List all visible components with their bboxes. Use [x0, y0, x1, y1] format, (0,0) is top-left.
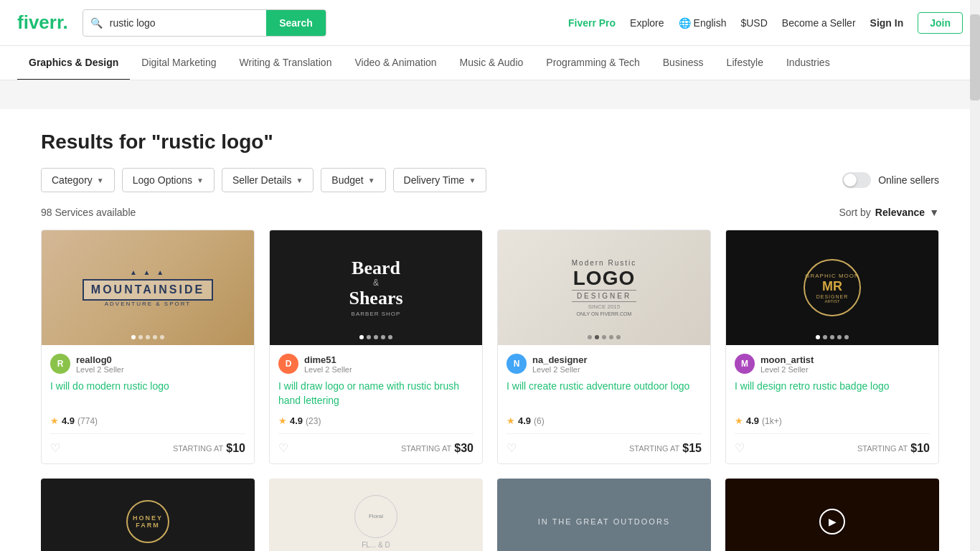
favorite-button-1[interactable]: ♡ [50, 441, 60, 455]
price-wrap-2: STARTING AT $30 [401, 442, 473, 455]
logo-text: fiverr [17, 11, 63, 33]
price-3: $15 [682, 442, 702, 455]
price-4: $10 [910, 442, 930, 455]
join-button[interactable]: Join [918, 12, 963, 34]
price-wrap-3: STARTING AT $15 [629, 442, 702, 455]
filter-budget[interactable]: Budget ▼ [321, 168, 385, 192]
card-title-3: I will create rustic adventure outdoor l… [507, 380, 702, 408]
nav-item-video[interactable]: Video & Animation [343, 46, 448, 80]
favorite-button-2[interactable]: ♡ [278, 441, 288, 455]
search-input[interactable] [110, 17, 266, 29]
toggle-knob [844, 174, 857, 187]
explore-link[interactable]: Explore [630, 17, 664, 29]
card-image-4: GRAPHIC MOON MR DESIGNER ARTIST [726, 230, 938, 345]
category-nav: Graphics & Design Digital Marketing Writ… [0, 46, 980, 80]
currency-selector[interactable]: $USD [740, 17, 767, 29]
scrollbar[interactable] [970, 0, 980, 551]
filter-delivery-time[interactable]: Delivery Time ▼ [393, 168, 487, 192]
card-seller-4: M moon_artist Level 2 Seller [735, 354, 930, 374]
header-right: Fiverr Pro Explore 🌐 English $USD Become… [568, 12, 963, 34]
star-icon-3: ★ [507, 415, 515, 426]
rating-value-1: 4.9 [62, 415, 75, 426]
rating-value-4: 4.9 [746, 415, 759, 426]
avatar-4: M [735, 354, 755, 374]
filter-budget-label: Budget [331, 174, 363, 186]
card-rating-2: ★ 4.9 (23) [278, 415, 473, 426]
nav-item-lifestyle[interactable]: Lifestyle [715, 46, 775, 80]
seller-info-2: dime51 Level 2 Seller [304, 354, 352, 374]
filter-category-label: Category [52, 174, 93, 186]
sort-wrap[interactable]: Sort by Relevance ▼ [839, 207, 940, 218]
chevron-down-icon: ▼ [197, 176, 204, 184]
bottom-card-3[interactable]: IN THE GREAT OUTDOORS [497, 479, 711, 551]
chevron-down-icon: ▼ [929, 207, 939, 218]
card-body-2: D dime51 Level 2 Seller I will draw logo… [270, 345, 482, 463]
card-body-3: N na_designer Level 2 Seller I will crea… [498, 345, 710, 463]
seller-info-3: na_designer Level 2 Seller [532, 354, 588, 374]
bottom-card-2[interactable]: Floral FL... & D [269, 479, 483, 551]
results-title: Results for "rustic logo" [41, 131, 939, 154]
seller-name-3: na_designer [532, 354, 588, 365]
favorite-button-3[interactable]: ♡ [507, 441, 517, 455]
starting-at-label-1: STARTING AT [173, 444, 223, 453]
nav-item-graphics[interactable]: Graphics & Design [17, 46, 130, 80]
main-content: Results for "rustic logo" Category ▼ Log… [24, 131, 956, 551]
rating-count-1: (774) [77, 416, 98, 426]
card-footer-3: ♡ STARTING AT $15 [507, 433, 702, 455]
rating-value-2: 4.9 [290, 415, 303, 426]
filter-logo-options[interactable]: Logo Options ▼ [122, 168, 215, 192]
online-sellers-wrap: Online sellers [842, 172, 939, 188]
filter-category[interactable]: Category ▼ [41, 168, 115, 192]
filters-row: Category ▼ Logo Options ▼ Seller Details… [41, 168, 939, 192]
bottom-card-1[interactable]: HONEY FARM [41, 479, 255, 551]
nav-item-programming[interactable]: Programming & Tech [534, 46, 651, 80]
filter-seller-details-label: Seller Details [232, 174, 291, 186]
avatar-1: R [50, 354, 70, 374]
online-sellers-toggle[interactable] [842, 172, 871, 188]
nav-item-business[interactable]: Business [651, 46, 715, 80]
star-icon-1: ★ [50, 415, 59, 426]
play-button[interactable]: ▶ [819, 509, 845, 534]
starting-at-label-4: STARTING AT [857, 444, 908, 453]
search-button[interactable]: Search [266, 9, 326, 37]
seller-level-1: Level 2 Seller [76, 365, 124, 374]
card-dots-3 [588, 335, 621, 339]
card-rating-4: ★ 4.9 (1k+) [735, 415, 930, 426]
card-dots-2 [359, 335, 392, 339]
card-image-3: Modern Rustic LOGO DESIGNER SINCE 2015 O… [498, 230, 710, 345]
card-body-1: R reallog0 Level 2 Seller I will do mode… [42, 345, 254, 463]
gig-card-4[interactable]: GRAPHIC MOON MR DESIGNER ARTIST M [725, 230, 939, 464]
results-meta: 98 Services available Sort by Relevance … [41, 207, 939, 218]
card-seller-3: N na_designer Level 2 Seller [507, 354, 702, 374]
fiverr-pro-link[interactable]: Fiverr Pro [568, 17, 616, 29]
nav-item-industries[interactable]: Industries [775, 46, 842, 80]
nav-item-music[interactable]: Music & Audio [448, 46, 535, 80]
filter-delivery-time-label: Delivery Time [404, 174, 465, 186]
card-image-1: ▲ ▲ ▲ MOUNTAINSIDE ADVENTURE & SPORT [42, 230, 254, 345]
become-seller-link[interactable]: Become a Seller [782, 17, 856, 29]
gig-card-1[interactable]: ▲ ▲ ▲ MOUNTAINSIDE ADVENTURE & SPORT R r… [41, 230, 255, 464]
bottom-cards-row: HONEY FARM Floral FL... & D IN THE GREAT… [41, 479, 939, 551]
favorite-button-4[interactable]: ♡ [735, 441, 745, 455]
gig-card-3[interactable]: Modern Rustic LOGO DESIGNER SINCE 2015 O… [497, 230, 711, 464]
seller-info-4: moon_artist Level 2 Seller [760, 354, 814, 374]
gig-card-2[interactable]: Beard & Shears BARBER SHOP D dim [269, 230, 483, 464]
card-footer-4: ♡ STARTING AT $10 [735, 433, 930, 455]
card-body-4: M moon_artist Level 2 Seller I will desi… [726, 345, 938, 463]
card-footer-2: ♡ STARTING AT $30 [278, 433, 473, 455]
rating-count-2: (23) [306, 416, 321, 426]
card-rating-3: ★ 4.9 (6) [507, 415, 702, 426]
seller-info-1: reallog0 Level 2 Seller [76, 354, 124, 374]
nav-item-writing[interactable]: Writing & Translation [228, 46, 344, 80]
scrollbar-thumb[interactable] [970, 14, 980, 100]
filter-seller-details[interactable]: Seller Details ▼ [222, 168, 314, 192]
rating-count-3: (6) [534, 416, 545, 426]
sign-in-link[interactable]: Sign In [870, 17, 904, 29]
logo[interactable]: fiverr. [17, 11, 68, 34]
bottom-card-4[interactable]: ▶ [725, 479, 939, 551]
nav-item-digital[interactable]: Digital Marketing [130, 46, 227, 80]
chevron-down-icon: ▼ [296, 176, 303, 184]
card-seller-2: D dime51 Level 2 Seller [278, 354, 473, 374]
header: fiverr. 🔍 Search Fiverr Pro Explore 🌐 En… [0, 0, 980, 46]
language-selector[interactable]: 🌐 English [679, 17, 727, 29]
